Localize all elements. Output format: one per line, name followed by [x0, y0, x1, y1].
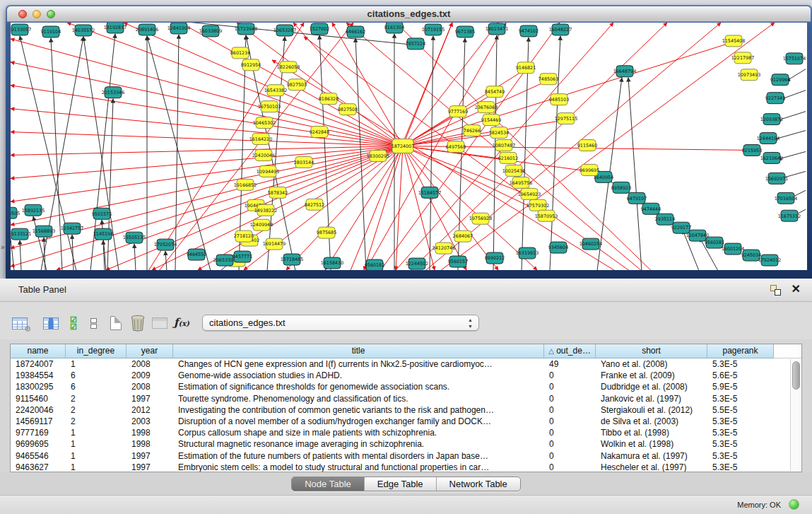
table-source-select[interactable]: citations_edges.txt ▲▼: [202, 315, 479, 331]
table-cell[interactable]: 1997: [126, 462, 173, 472]
table-cell[interactable]: 0: [544, 404, 596, 416]
graph-node[interactable]: 2935114: [655, 214, 675, 225]
graph-node[interactable]: 14120746: [433, 243, 455, 254]
table-cell[interactable]: 49: [544, 358, 596, 370]
table-cell[interactable]: 5.3E-5: [707, 462, 774, 472]
table-cell[interactable]: Stergiakouli et al. (2012): [596, 404, 707, 416]
table-cell[interactable]: 6: [66, 381, 126, 392]
table-cell[interactable]: 5.5E-5: [707, 404, 774, 416]
show-column-icon[interactable]: [41, 313, 61, 333]
graph-node[interactable]: 7857224: [406, 38, 425, 49]
table-cell[interactable]: 5.3E-5: [707, 438, 774, 450]
graph-node[interactable]: 15723948: [235, 23, 257, 35]
table-row[interactable]: 1456911722003Disruption of a novel membe…: [11, 416, 801, 427]
graph-node[interactable]: 20153346: [102, 87, 124, 98]
table-cell[interactable]: Dudbridge et al. (2008): [596, 381, 707, 392]
table-cell[interactable]: 0: [544, 438, 596, 450]
graph-node[interactable]: 16914479: [263, 238, 286, 250]
table-cell[interactable]: Disruption of a novel member of a sodium…: [173, 416, 544, 427]
graph-node[interactable]: 9115460: [577, 140, 597, 151]
table-cell[interactable]: 5.3E-5: [707, 393, 774, 404]
table-row[interactable]: 1872400712008Changes of HCN gene express…: [11, 358, 801, 370]
table-cell[interactable]: 0: [544, 462, 596, 472]
table-cell[interactable]: 5.6E-5: [707, 370, 774, 381]
graph-node[interactable]: 19756928: [469, 213, 492, 224]
panel-divider-arrow[interactable]: »: [1, 243, 5, 251]
table-cell[interactable]: 1: [66, 462, 126, 472]
table-cell[interactable]: 22420046: [11, 404, 66, 416]
graph-node[interactable]: 9474444: [641, 203, 661, 214]
table-cell[interactable]: 5.9E-5: [707, 381, 774, 392]
graph-node[interactable]: 10025438: [502, 165, 525, 176]
graph-node[interactable]: 3824534: [489, 127, 509, 139]
graph-node[interactable]: 8427512: [305, 199, 324, 210]
graph-node[interactable]: 16048227: [549, 24, 572, 35]
table-cell[interactable]: 1: [66, 450, 126, 462]
tab-network-table[interactable]: Network Table: [436, 477, 520, 491]
table-cell[interactable]: 2: [66, 416, 126, 427]
table-cell[interactable]: 0: [544, 427, 596, 438]
table-cell[interactable]: 1: [66, 427, 126, 438]
graph-node[interactable]: 13505135: [123, 232, 146, 243]
graph-node[interactable]: 16158430: [321, 257, 343, 269]
table-cell[interactable]: 1: [66, 438, 126, 450]
table-row[interactable]: 1938455462009Genome-wide association stu…: [11, 370, 801, 381]
table-row[interactable]: 2242004622012Investigating the contribut…: [11, 404, 801, 416]
graph-node[interactable]: 18226058: [277, 62, 300, 73]
network-canvas[interactable]: 1913305791191041403557218192837208914061…: [11, 23, 807, 270]
graph-node[interactable]: 20891406: [136, 24, 158, 35]
graph-node[interactable]: 9671385: [455, 26, 475, 37]
graph-node[interactable]: 15751074: [783, 53, 806, 64]
graph-node[interactable]: 9777169: [448, 106, 468, 117]
graph-node[interactable]: 18192837: [104, 23, 126, 33]
tab-node-table[interactable]: Node Table: [292, 477, 364, 491]
graph-node[interactable]: 6479197: [627, 192, 647, 204]
table-cell[interactable]: Tourette syndrome. Phenomenology and cla…: [173, 393, 544, 404]
graph-node[interactable]: 6216012: [498, 152, 518, 163]
table-cell[interactable]: 9777169: [11, 427, 66, 438]
table-cell[interactable]: Corpus callosum shape and size in male p…: [173, 427, 544, 438]
graph-node[interactable]: 9827503: [287, 79, 307, 90]
table-cell[interactable]: Estimation of the future numbers of pati…: [173, 450, 544, 462]
graph-node[interactable]: 9345604: [548, 242, 568, 253]
graph-node[interactable]: 15692971: [765, 173, 788, 184]
table-cell[interactable]: Franke et al. (2009): [596, 370, 707, 381]
graph-node[interactable]: 11568893: [33, 226, 55, 237]
table-cell[interactable]: 9699695: [11, 438, 66, 450]
column-header-short[interactable]: short: [596, 344, 707, 358]
graph-node[interactable]: 17579302: [526, 199, 549, 211]
graph-node[interactable]: 16495756: [510, 177, 532, 188]
citation-graph[interactable]: 1913305791191041403557218192837208914061…: [11, 23, 807, 270]
graph-node[interactable]: 17016504: [775, 192, 797, 204]
table-row[interactable]: 946362711997Embryonic stem cells: a mode…: [11, 462, 801, 472]
graph-node[interactable]: 8601234: [230, 47, 250, 59]
graph-node[interactable]: 18300295: [367, 150, 389, 161]
vertical-scrollbar[interactable]: [790, 359, 801, 471]
table-cell[interactable]: 1998: [126, 427, 173, 438]
table-cell[interactable]: 9463627: [11, 462, 66, 472]
graph-node[interactable]: 19133057: [11, 24, 31, 35]
graph-node[interactable]: 12217987: [731, 52, 754, 64]
table-cell[interactable]: Nakamura et al. (1997): [596, 450, 707, 462]
graph-node[interactable]: 19166852: [234, 179, 257, 190]
graph-node[interactable]: 9154469: [481, 115, 501, 126]
graph-node[interactable]: 15892135: [22, 204, 45, 216]
graph-node[interactable]: 10719155: [422, 24, 445, 35]
graph-node[interactable]: 5878342: [268, 187, 288, 198]
graph-node[interactable]: 16750103: [258, 101, 281, 112]
table-cell[interactable]: 2: [66, 393, 126, 404]
graph-node[interactable]: 7485063: [539, 74, 558, 85]
graph-node[interactable]: 19654923: [518, 188, 541, 199]
graph-node[interactable]: 9485103: [549, 94, 569, 105]
graph-node[interactable]: 12093872: [760, 114, 783, 125]
graph-node[interactable]: 8990212: [485, 252, 505, 264]
graph-node[interactable]: 9227343: [765, 93, 785, 104]
table-cell[interactable]: 0: [544, 393, 596, 404]
graph-node[interactable]: 9560157: [448, 256, 468, 267]
column-header-in_degree[interactable]: in_degree: [66, 344, 126, 358]
graph-node[interactable]: 8912954: [241, 59, 261, 71]
table-cell[interactable]: 1998: [126, 438, 173, 450]
graph-node[interactable]: 9474102: [519, 25, 539, 37]
graph-node[interactable]: 6497568: [446, 141, 466, 153]
table-cell[interactable]: 9115460: [11, 393, 66, 404]
